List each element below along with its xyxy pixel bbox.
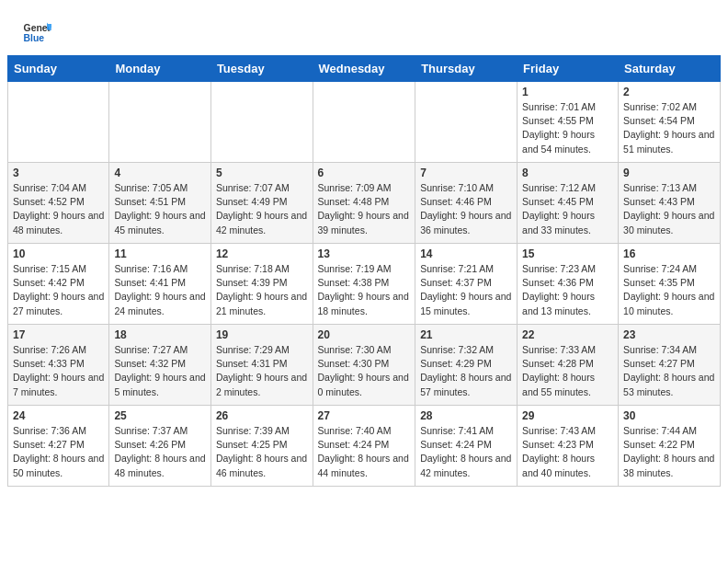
logo-icon: General Blue <box>22 17 51 46</box>
day-cell: 9Sunrise: 7:13 AMSunset: 4:43 PMDaylight… <box>619 163 721 244</box>
day-cell: 13Sunrise: 7:19 AMSunset: 4:38 PMDayligh… <box>313 244 415 325</box>
day-info: Sunrise: 7:32 AMSunset: 4:29 PMDaylight:… <box>420 343 512 399</box>
day-number: 2 <box>623 86 715 98</box>
day-cell: 1Sunrise: 7:01 AMSunset: 4:55 PMDaylight… <box>518 82 619 163</box>
day-number: 13 <box>318 247 411 260</box>
col-sunday: Sunday <box>8 56 109 82</box>
day-number: 23 <box>623 328 715 341</box>
day-info: Sunrise: 7:07 AMSunset: 4:49 PMDaylight:… <box>216 181 308 237</box>
week-row-4: 17Sunrise: 7:26 AMSunset: 4:33 PMDayligh… <box>8 325 721 406</box>
day-number: 3 <box>13 167 104 179</box>
day-info: Sunrise: 7:02 AMSunset: 4:54 PMDaylight:… <box>623 100 715 156</box>
calendar-wrapper: Sunday Monday Tuesday Wednesday Thursday… <box>0 55 728 494</box>
day-cell: 4Sunrise: 7:05 AMSunset: 4:51 PMDaylight… <box>109 163 211 244</box>
day-number: 24 <box>13 409 104 422</box>
day-info: Sunrise: 7:34 AMSunset: 4:27 PMDaylight:… <box>623 343 715 399</box>
svg-text:Blue: Blue <box>24 33 45 43</box>
day-number: 4 <box>114 167 206 179</box>
day-cell <box>313 82 415 163</box>
day-cell: 23Sunrise: 7:34 AMSunset: 4:27 PMDayligh… <box>619 325 721 406</box>
day-number: 14 <box>420 247 512 260</box>
week-row-5: 24Sunrise: 7:36 AMSunset: 4:27 PMDayligh… <box>8 406 721 487</box>
day-cell: 11Sunrise: 7:16 AMSunset: 4:41 PMDayligh… <box>109 244 211 325</box>
day-number: 6 <box>318 167 411 179</box>
day-info: Sunrise: 7:13 AMSunset: 4:43 PMDaylight:… <box>623 181 715 237</box>
week-row-1: 1Sunrise: 7:01 AMSunset: 4:55 PMDaylight… <box>8 82 721 163</box>
day-cell: 3Sunrise: 7:04 AMSunset: 4:52 PMDaylight… <box>8 163 109 244</box>
day-cell: 21Sunrise: 7:32 AMSunset: 4:29 PMDayligh… <box>415 325 518 406</box>
day-number: 1 <box>522 86 613 98</box>
day-number: 30 <box>623 409 715 422</box>
day-number: 25 <box>114 409 206 422</box>
day-info: Sunrise: 7:23 AMSunset: 4:36 PMDaylight:… <box>522 262 613 318</box>
logo: General Blue <box>22 17 55 46</box>
day-number: 7 <box>420 167 512 179</box>
day-info: Sunrise: 7:16 AMSunset: 4:41 PMDaylight:… <box>114 262 206 318</box>
day-cell: 17Sunrise: 7:26 AMSunset: 4:33 PMDayligh… <box>8 325 109 406</box>
day-info: Sunrise: 7:19 AMSunset: 4:38 PMDaylight:… <box>318 262 411 318</box>
day-cell: 16Sunrise: 7:24 AMSunset: 4:35 PMDayligh… <box>619 244 721 325</box>
day-cell: 5Sunrise: 7:07 AMSunset: 4:49 PMDaylight… <box>210 163 313 244</box>
calendar-table: Sunday Monday Tuesday Wednesday Thursday… <box>7 55 721 487</box>
day-info: Sunrise: 7:18 AMSunset: 4:39 PMDaylight:… <box>216 262 308 318</box>
day-number: 27 <box>318 409 411 422</box>
day-number: 21 <box>420 328 512 341</box>
day-cell: 26Sunrise: 7:39 AMSunset: 4:25 PMDayligh… <box>210 406 313 487</box>
day-number: 5 <box>216 167 308 179</box>
day-info: Sunrise: 7:36 AMSunset: 4:27 PMDaylight:… <box>13 424 104 480</box>
day-info: Sunrise: 7:43 AMSunset: 4:23 PMDaylight:… <box>522 424 613 480</box>
day-info: Sunrise: 7:33 AMSunset: 4:28 PMDaylight:… <box>522 343 613 399</box>
day-info: Sunrise: 7:04 AMSunset: 4:52 PMDaylight:… <box>13 181 104 237</box>
week-row-2: 3Sunrise: 7:04 AMSunset: 4:52 PMDaylight… <box>8 163 721 244</box>
col-tuesday: Tuesday <box>210 56 313 82</box>
day-info: Sunrise: 7:41 AMSunset: 4:24 PMDaylight:… <box>420 424 512 480</box>
day-cell: 14Sunrise: 7:21 AMSunset: 4:37 PMDayligh… <box>415 244 518 325</box>
day-cell: 27Sunrise: 7:40 AMSunset: 4:24 PMDayligh… <box>313 406 415 487</box>
day-number: 8 <box>522 167 613 179</box>
day-info: Sunrise: 7:01 AMSunset: 4:55 PMDaylight:… <box>522 100 613 156</box>
day-number: 9 <box>623 167 715 179</box>
day-cell: 24Sunrise: 7:36 AMSunset: 4:27 PMDayligh… <box>8 406 109 487</box>
day-cell: 10Sunrise: 7:15 AMSunset: 4:42 PMDayligh… <box>8 244 109 325</box>
day-cell: 6Sunrise: 7:09 AMSunset: 4:48 PMDaylight… <box>313 163 415 244</box>
day-cell: 28Sunrise: 7:41 AMSunset: 4:24 PMDayligh… <box>415 406 518 487</box>
day-number: 17 <box>13 328 104 341</box>
week-row-3: 10Sunrise: 7:15 AMSunset: 4:42 PMDayligh… <box>8 244 721 325</box>
day-info: Sunrise: 7:40 AMSunset: 4:24 PMDaylight:… <box>318 424 411 480</box>
day-cell: 2Sunrise: 7:02 AMSunset: 4:54 PMDaylight… <box>619 82 721 163</box>
day-info: Sunrise: 7:27 AMSunset: 4:32 PMDaylight:… <box>114 343 206 399</box>
col-friday: Friday <box>518 56 619 82</box>
col-wednesday: Wednesday <box>313 56 415 82</box>
day-info: Sunrise: 7:44 AMSunset: 4:22 PMDaylight:… <box>623 424 715 480</box>
day-cell: 30Sunrise: 7:44 AMSunset: 4:22 PMDayligh… <box>619 406 721 487</box>
day-info: Sunrise: 7:39 AMSunset: 4:25 PMDaylight:… <box>216 424 308 480</box>
day-cell: 7Sunrise: 7:10 AMSunset: 4:46 PMDaylight… <box>415 163 518 244</box>
day-number: 11 <box>114 247 206 260</box>
day-cell <box>8 82 109 163</box>
day-number: 12 <box>216 247 308 260</box>
day-info: Sunrise: 7:21 AMSunset: 4:37 PMDaylight:… <box>420 262 512 318</box>
day-cell: 29Sunrise: 7:43 AMSunset: 4:23 PMDayligh… <box>518 406 619 487</box>
day-number: 28 <box>420 409 512 422</box>
day-info: Sunrise: 7:24 AMSunset: 4:35 PMDaylight:… <box>623 262 715 318</box>
day-info: Sunrise: 7:29 AMSunset: 4:31 PMDaylight:… <box>216 343 308 399</box>
day-cell: 18Sunrise: 7:27 AMSunset: 4:32 PMDayligh… <box>109 325 211 406</box>
day-number: 19 <box>216 328 308 341</box>
day-info: Sunrise: 7:09 AMSunset: 4:48 PMDaylight:… <box>318 181 411 237</box>
day-number: 18 <box>114 328 206 341</box>
day-cell: 25Sunrise: 7:37 AMSunset: 4:26 PMDayligh… <box>109 406 211 487</box>
col-saturday: Saturday <box>619 56 721 82</box>
calendar-header: Sunday Monday Tuesday Wednesday Thursday… <box>8 56 721 82</box>
day-info: Sunrise: 7:15 AMSunset: 4:42 PMDaylight:… <box>13 262 104 318</box>
day-cell: 8Sunrise: 7:12 AMSunset: 4:45 PMDaylight… <box>518 163 619 244</box>
col-thursday: Thursday <box>415 56 518 82</box>
day-number: 10 <box>13 247 104 260</box>
day-cell: 22Sunrise: 7:33 AMSunset: 4:28 PMDayligh… <box>518 325 619 406</box>
day-cell <box>415 82 518 163</box>
calendar-body: 1Sunrise: 7:01 AMSunset: 4:55 PMDaylight… <box>8 82 721 487</box>
day-number: 29 <box>522 409 613 422</box>
day-info: Sunrise: 7:30 AMSunset: 4:30 PMDaylight:… <box>318 343 411 399</box>
col-monday: Monday <box>109 56 211 82</box>
day-cell <box>210 82 313 163</box>
day-info: Sunrise: 7:05 AMSunset: 4:51 PMDaylight:… <box>114 181 206 237</box>
